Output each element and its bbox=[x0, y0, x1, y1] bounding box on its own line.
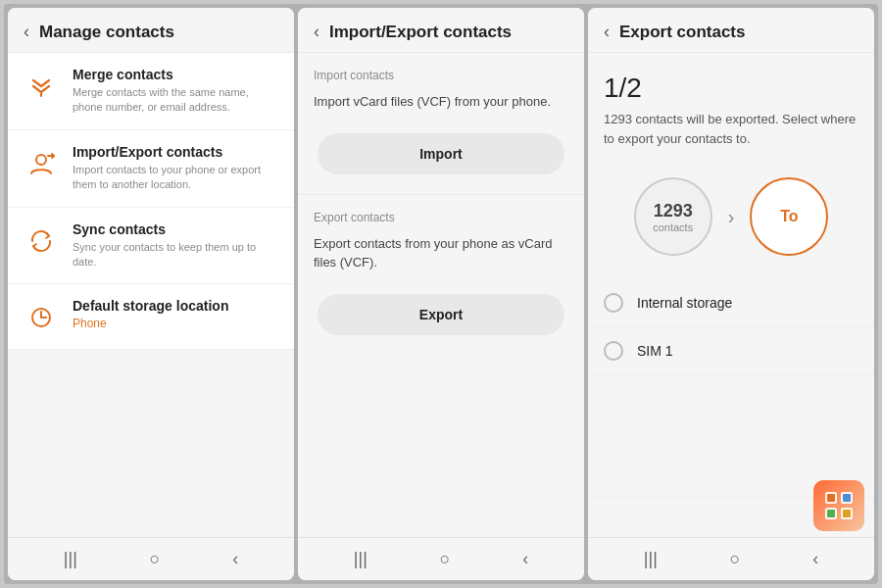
sync-contacts-subtitle: Sync your contacts to keep them up to da… bbox=[73, 240, 278, 270]
screen1-home-nav[interactable]: ○ bbox=[134, 543, 176, 575]
sync-contacts-title: Sync contacts bbox=[73, 221, 278, 237]
screen3-header: ‹ Export contacts bbox=[588, 8, 874, 53]
merge-contacts-subtitle: Merge contacts with the same name, phone… bbox=[73, 85, 278, 116]
svg-rect-9 bbox=[843, 494, 851, 502]
svg-point-1 bbox=[36, 155, 46, 165]
export-section-desc: Export contacts from your phone as vCard… bbox=[298, 230, 584, 286]
default-storage-item[interactable]: Default storage location Phone bbox=[8, 284, 294, 350]
merge-contacts-item[interactable]: Merge contacts Merge contacts with the s… bbox=[8, 53, 294, 130]
screen1-bottom-nav: ||| ○ ‹ bbox=[8, 537, 294, 580]
import-export-icon bbox=[24, 146, 59, 181]
import-export-text: Import/Export contacts Import contacts t… bbox=[73, 144, 278, 193]
internal-storage-option[interactable]: Internal storage bbox=[588, 279, 874, 327]
sim1-label: SIM 1 bbox=[637, 343, 673, 359]
sync-icon bbox=[24, 223, 59, 259]
import-export-subtitle: Import contacts to your phone or export … bbox=[73, 163, 278, 193]
export-desc: 1293 contacts will be exported. Select w… bbox=[588, 110, 874, 168]
svg-rect-8 bbox=[827, 494, 835, 502]
screen2-back-button[interactable]: ‹ bbox=[314, 22, 319, 42]
import-section-label: Import contacts bbox=[298, 53, 584, 88]
internal-storage-label: Internal storage bbox=[637, 295, 732, 311]
to-circle[interactable]: To bbox=[750, 177, 828, 256]
contacts-number: 1293 bbox=[654, 201, 693, 221]
to-label: To bbox=[780, 208, 798, 225]
screen2-menu-nav[interactable]: ||| bbox=[338, 543, 383, 575]
sim1-option[interactable]: SIM 1 bbox=[588, 327, 874, 375]
screen3-home-nav[interactable]: ○ bbox=[714, 543, 757, 575]
merge-icon bbox=[24, 69, 59, 104]
manage-contacts-screen: ‹ Manage contacts Merge contacts Merge c… bbox=[8, 8, 294, 580]
screen3-menu-nav[interactable]: ||| bbox=[628, 543, 673, 575]
screen2-content: Import contacts Import vCard files (VCF)… bbox=[298, 53, 584, 537]
screen1-title: Manage contacts bbox=[39, 23, 174, 42]
screen1-back-button[interactable]: ‹ bbox=[24, 22, 29, 42]
screen1-header: ‹ Manage contacts bbox=[8, 8, 294, 53]
watermark-inner bbox=[813, 480, 864, 531]
flow-arrow-icon: › bbox=[728, 206, 735, 228]
export-step: 1/2 bbox=[588, 53, 874, 110]
import-button[interactable]: Import bbox=[318, 133, 564, 174]
export-section-label: Export contacts bbox=[298, 195, 584, 230]
default-storage-value: Phone bbox=[73, 317, 278, 330]
merge-contacts-title: Merge contacts bbox=[73, 67, 278, 82]
import-export-screen: ‹ Import/Export contacts Import contacts… bbox=[298, 8, 584, 580]
watermark-icon bbox=[813, 480, 864, 531]
export-button[interactable]: Export bbox=[318, 294, 564, 335]
screen3-content: 1/2 1293 contacts will be exported. Sele… bbox=[588, 53, 874, 537]
screen1-content: Merge contacts Merge contacts with the s… bbox=[8, 53, 294, 537]
screen3-title: Export contacts bbox=[619, 23, 745, 42]
screen1-back-nav[interactable]: ‹ bbox=[217, 543, 254, 575]
screen2-bottom-nav: ||| ○ ‹ bbox=[298, 537, 584, 580]
sync-contacts-item[interactable]: Sync contacts Sync your contacts to keep… bbox=[8, 208, 294, 285]
export-contacts-screen: ‹ Export contacts 1/2 1293 contacts will… bbox=[588, 8, 874, 580]
screen3-back-button[interactable]: ‹ bbox=[604, 22, 610, 42]
default-storage-text: Default storage location Phone bbox=[73, 298, 278, 330]
screen3-back-nav[interactable]: ‹ bbox=[797, 543, 834, 575]
storage-icon bbox=[24, 300, 59, 335]
merge-contacts-text: Merge contacts Merge contacts with the s… bbox=[73, 67, 278, 116]
svg-rect-10 bbox=[827, 510, 835, 517]
screen1-menu-nav[interactable]: ||| bbox=[48, 543, 93, 575]
import-export-item[interactable]: Import/Export contacts Import contacts t… bbox=[8, 130, 294, 208]
import-section-desc: Import vCard files (VCF) from your phone… bbox=[298, 88, 584, 125]
screen2-back-nav[interactable]: ‹ bbox=[507, 543, 544, 575]
import-export-title: Import/Export contacts bbox=[73, 144, 278, 160]
internal-storage-radio[interactable] bbox=[604, 293, 623, 313]
screen2-title: Import/Export contacts bbox=[329, 23, 512, 42]
screen3-bottom-nav: ||| ○ ‹ bbox=[588, 537, 874, 580]
screen2-home-nav[interactable]: ○ bbox=[424, 543, 466, 575]
contacts-flow: 1293 contacts › To bbox=[588, 168, 874, 279]
contacts-count-circle: 1293 contacts bbox=[634, 177, 712, 256]
default-storage-title: Default storage location bbox=[73, 298, 278, 314]
sync-contacts-text: Sync contacts Sync your contacts to keep… bbox=[73, 221, 278, 270]
sim1-radio[interactable] bbox=[604, 341, 623, 361]
contacts-label: contacts bbox=[653, 221, 693, 233]
svg-rect-11 bbox=[843, 510, 851, 517]
screen2-header: ‹ Import/Export contacts bbox=[298, 8, 584, 53]
